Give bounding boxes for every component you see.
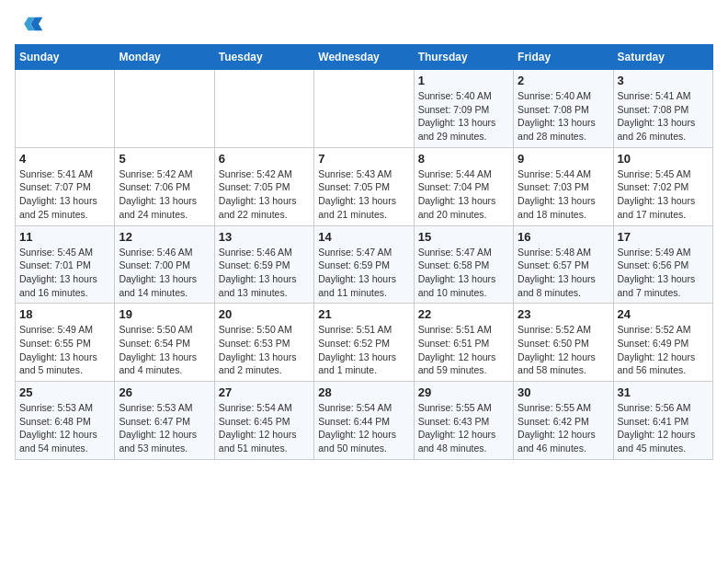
- calendar-cell: 4Sunrise: 5:41 AMSunset: 7:07 PMDaylight…: [16, 147, 115, 225]
- calendar-body: 1Sunrise: 5:40 AMSunset: 7:09 PMDaylight…: [16, 70, 713, 460]
- logo-icon: [15, 15, 44, 33]
- day-number: 13: [219, 230, 310, 244]
- day-info: Sunrise: 5:52 AMSunset: 6:49 PMDaylight:…: [618, 323, 709, 377]
- day-number: 12: [119, 230, 210, 244]
- calendar-week-row: 1Sunrise: 5:40 AMSunset: 7:09 PMDaylight…: [16, 70, 713, 148]
- day-info: Sunrise: 5:56 AMSunset: 6:41 PMDaylight:…: [618, 401, 709, 455]
- calendar-table: SundayMondayTuesdayWednesdayThursdayFrid…: [15, 44, 713, 460]
- day-info: Sunrise: 5:42 AMSunset: 7:06 PMDaylight:…: [119, 167, 210, 222]
- day-info: Sunrise: 5:41 AMSunset: 7:08 PMDaylight:…: [618, 89, 709, 144]
- calendar-cell: [16, 70, 115, 148]
- day-number: 8: [418, 152, 509, 166]
- day-number: 22: [418, 307, 509, 321]
- calendar-cell: 14Sunrise: 5:47 AMSunset: 6:59 PMDayligh…: [314, 225, 414, 304]
- calendar-week-row: 18Sunrise: 5:49 AMSunset: 6:55 PMDayligh…: [16, 304, 713, 382]
- day-info: Sunrise: 5:42 AMSunset: 7:05 PMDaylight:…: [219, 167, 310, 222]
- calendar-week-row: 11Sunrise: 5:45 AMSunset: 7:01 PMDayligh…: [16, 225, 713, 304]
- calendar-cell: 3Sunrise: 5:41 AMSunset: 7:08 PMDaylight…: [613, 70, 712, 148]
- calendar-cell: 27Sunrise: 5:54 AMSunset: 6:45 PMDayligh…: [214, 382, 313, 460]
- day-number: 4: [19, 152, 110, 166]
- day-info: Sunrise: 5:44 AMSunset: 7:04 PMDaylight:…: [418, 167, 509, 222]
- calendar-header-row: SundayMondayTuesdayWednesdayThursdayFrid…: [16, 45, 713, 70]
- day-info: Sunrise: 5:47 AMSunset: 6:58 PMDaylight:…: [418, 246, 509, 300]
- calendar-cell: 30Sunrise: 5:55 AMSunset: 6:42 PMDayligh…: [514, 382, 613, 460]
- calendar-cell: 1Sunrise: 5:40 AMSunset: 7:09 PMDaylight…: [414, 70, 513, 148]
- calendar-cell: 17Sunrise: 5:49 AMSunset: 6:56 PMDayligh…: [613, 225, 712, 304]
- day-number: 28: [318, 385, 409, 399]
- day-info: Sunrise: 5:50 AMSunset: 6:54 PMDaylight:…: [119, 323, 210, 377]
- calendar-cell: 20Sunrise: 5:50 AMSunset: 6:53 PMDayligh…: [214, 304, 313, 382]
- day-info: Sunrise: 5:47 AMSunset: 6:59 PMDaylight:…: [318, 246, 409, 300]
- calendar-cell: 15Sunrise: 5:47 AMSunset: 6:58 PMDayligh…: [414, 225, 513, 304]
- day-info: Sunrise: 5:49 AMSunset: 6:55 PMDaylight:…: [19, 323, 110, 377]
- page-header: [15, 15, 713, 33]
- day-number: 29: [418, 385, 509, 399]
- day-info: Sunrise: 5:40 AMSunset: 7:09 PMDaylight:…: [418, 89, 509, 144]
- day-header-tuesday: Tuesday: [214, 45, 313, 70]
- day-number: 25: [19, 385, 110, 399]
- calendar-cell: 8Sunrise: 5:44 AMSunset: 7:04 PMDaylight…: [414, 147, 513, 225]
- day-info: Sunrise: 5:48 AMSunset: 6:57 PMDaylight:…: [518, 246, 609, 300]
- calendar-cell: 19Sunrise: 5:50 AMSunset: 6:54 PMDayligh…: [115, 304, 214, 382]
- day-header-saturday: Saturday: [613, 45, 712, 70]
- day-number: 7: [318, 152, 409, 166]
- day-info: Sunrise: 5:53 AMSunset: 6:47 PMDaylight:…: [119, 401, 210, 455]
- day-info: Sunrise: 5:52 AMSunset: 6:50 PMDaylight:…: [518, 323, 609, 377]
- calendar-cell: [115, 70, 214, 148]
- day-number: 18: [19, 307, 110, 321]
- day-number: 30: [518, 385, 609, 399]
- day-number: 20: [219, 307, 310, 321]
- day-header-friday: Friday: [514, 45, 613, 70]
- day-info: Sunrise: 5:45 AMSunset: 7:02 PMDaylight:…: [618, 167, 709, 222]
- day-number: 27: [219, 385, 310, 399]
- calendar-cell: [314, 70, 414, 148]
- logo: [15, 15, 46, 33]
- day-number: 31: [618, 385, 709, 399]
- day-info: Sunrise: 5:45 AMSunset: 7:01 PMDaylight:…: [19, 246, 110, 300]
- day-info: Sunrise: 5:49 AMSunset: 6:56 PMDaylight:…: [618, 246, 709, 300]
- day-info: Sunrise: 5:50 AMSunset: 6:53 PMDaylight:…: [219, 323, 310, 377]
- day-info: Sunrise: 5:43 AMSunset: 7:05 PMDaylight:…: [318, 167, 409, 222]
- calendar-cell: 6Sunrise: 5:42 AMSunset: 7:05 PMDaylight…: [214, 147, 313, 225]
- day-number: 10: [618, 152, 709, 166]
- calendar-cell: 11Sunrise: 5:45 AMSunset: 7:01 PMDayligh…: [16, 225, 115, 304]
- calendar-cell: 18Sunrise: 5:49 AMSunset: 6:55 PMDayligh…: [16, 304, 115, 382]
- calendar-cell: 13Sunrise: 5:46 AMSunset: 6:59 PMDayligh…: [214, 225, 313, 304]
- calendar-cell: 31Sunrise: 5:56 AMSunset: 6:41 PMDayligh…: [613, 382, 712, 460]
- day-number: 6: [219, 152, 310, 166]
- day-info: Sunrise: 5:40 AMSunset: 7:08 PMDaylight:…: [518, 89, 609, 144]
- calendar-cell: 22Sunrise: 5:51 AMSunset: 6:51 PMDayligh…: [414, 304, 513, 382]
- day-info: Sunrise: 5:54 AMSunset: 6:44 PMDaylight:…: [318, 401, 409, 455]
- calendar-cell: 29Sunrise: 5:55 AMSunset: 6:43 PMDayligh…: [414, 382, 513, 460]
- calendar-cell: 26Sunrise: 5:53 AMSunset: 6:47 PMDayligh…: [115, 382, 214, 460]
- day-info: Sunrise: 5:54 AMSunset: 6:45 PMDaylight:…: [219, 401, 310, 455]
- day-info: Sunrise: 5:46 AMSunset: 7:00 PMDaylight:…: [119, 246, 210, 300]
- calendar-cell: 23Sunrise: 5:52 AMSunset: 6:50 PMDayligh…: [514, 304, 613, 382]
- day-number: 17: [618, 230, 709, 244]
- day-info: Sunrise: 5:53 AMSunset: 6:48 PMDaylight:…: [19, 401, 110, 455]
- day-number: 1: [418, 74, 509, 87]
- day-number: 26: [119, 385, 210, 399]
- day-number: 5: [119, 152, 210, 166]
- day-number: 15: [418, 230, 509, 244]
- day-header-monday: Monday: [115, 45, 214, 70]
- calendar-cell: 9Sunrise: 5:44 AMSunset: 7:03 PMDaylight…: [514, 147, 613, 225]
- calendar-week-row: 25Sunrise: 5:53 AMSunset: 6:48 PMDayligh…: [16, 382, 713, 460]
- day-number: 19: [119, 307, 210, 321]
- day-number: 2: [518, 74, 609, 87]
- day-info: Sunrise: 5:51 AMSunset: 6:52 PMDaylight:…: [318, 323, 409, 377]
- calendar-cell: 28Sunrise: 5:54 AMSunset: 6:44 PMDayligh…: [314, 382, 414, 460]
- day-number: 21: [318, 307, 409, 321]
- calendar-cell: 25Sunrise: 5:53 AMSunset: 6:48 PMDayligh…: [16, 382, 115, 460]
- calendar-cell: [214, 70, 313, 148]
- calendar-week-row: 4Sunrise: 5:41 AMSunset: 7:07 PMDaylight…: [16, 147, 713, 225]
- day-info: Sunrise: 5:41 AMSunset: 7:07 PMDaylight:…: [19, 167, 110, 222]
- day-number: 14: [318, 230, 409, 244]
- day-info: Sunrise: 5:44 AMSunset: 7:03 PMDaylight:…: [518, 167, 609, 222]
- day-info: Sunrise: 5:55 AMSunset: 6:43 PMDaylight:…: [418, 401, 509, 455]
- calendar-cell: 10Sunrise: 5:45 AMSunset: 7:02 PMDayligh…: [613, 147, 712, 225]
- day-header-sunday: Sunday: [16, 45, 115, 70]
- calendar-cell: 16Sunrise: 5:48 AMSunset: 6:57 PMDayligh…: [514, 225, 613, 304]
- day-info: Sunrise: 5:46 AMSunset: 6:59 PMDaylight:…: [219, 246, 310, 300]
- calendar-cell: 5Sunrise: 5:42 AMSunset: 7:06 PMDaylight…: [115, 147, 214, 225]
